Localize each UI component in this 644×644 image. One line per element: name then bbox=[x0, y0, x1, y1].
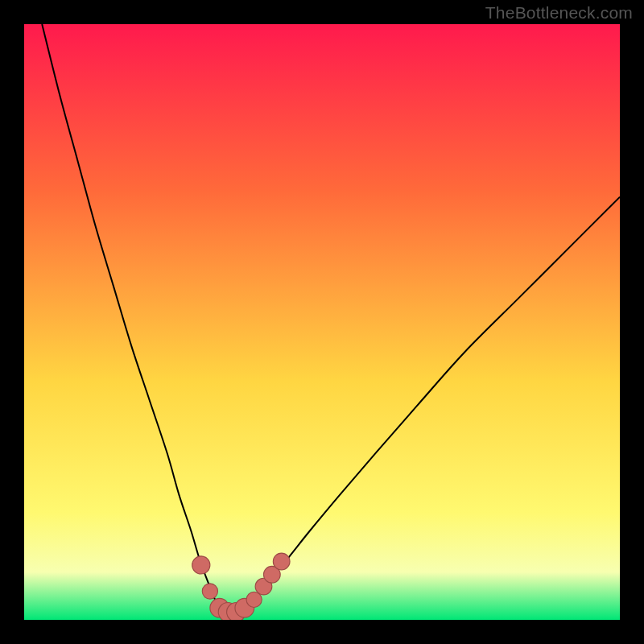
plot-area bbox=[24, 24, 620, 620]
watermark-text: TheBottleneck.com bbox=[485, 3, 633, 23]
plot-svg bbox=[24, 24, 620, 620]
point-a bbox=[192, 556, 210, 574]
point-b bbox=[202, 584, 217, 599]
chart-frame: TheBottleneck.com bbox=[0, 0, 644, 644]
point-j bbox=[273, 553, 290, 570]
gradient-background bbox=[24, 24, 620, 620]
